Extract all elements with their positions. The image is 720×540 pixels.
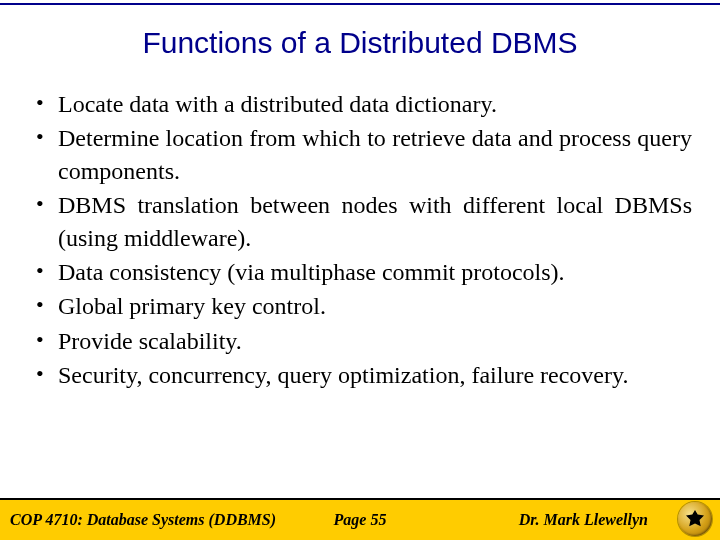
footer-bar: COP 4710: Database Systems (DDBMS) Page … xyxy=(0,498,720,540)
list-item: Security, concurrency, query optimizatio… xyxy=(28,359,692,391)
list-item: Global primary key control. xyxy=(28,290,692,322)
top-rule xyxy=(0,3,720,5)
footer-author: Dr. Mark Llewellyn xyxy=(519,511,648,529)
logo-glyph xyxy=(686,510,704,528)
list-item: Provide scalability. xyxy=(28,325,692,357)
list-item: Locate data with a distributed data dict… xyxy=(28,88,692,120)
bullet-list: Locate data with a distributed data dict… xyxy=(28,88,692,392)
ucf-logo-icon xyxy=(678,502,712,536)
list-item: DBMS translation between nodes with diff… xyxy=(28,189,692,254)
content-area: Locate data with a distributed data dict… xyxy=(28,88,692,394)
slide: Functions of a Distributed DBMS Locate d… xyxy=(0,0,720,540)
footer-course: COP 4710: Database Systems (DDBMS) xyxy=(0,511,276,529)
list-item: Data consistency (via multiphase commit … xyxy=(28,256,692,288)
footer-page: Page 55 xyxy=(334,511,387,529)
list-item: Determine location from which to retriev… xyxy=(28,122,692,187)
slide-title: Functions of a Distributed DBMS xyxy=(0,26,720,60)
